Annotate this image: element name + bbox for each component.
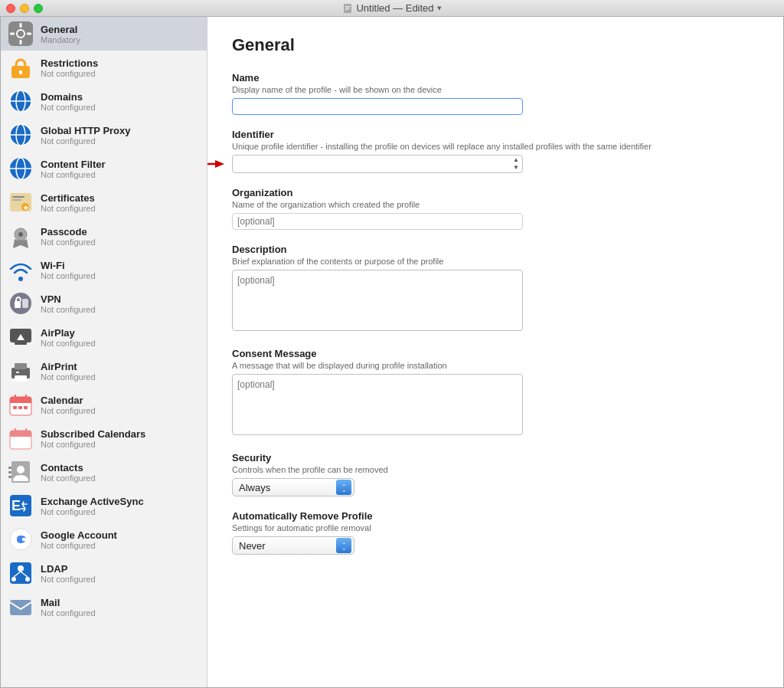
svg-rect-8 (10, 33, 15, 35)
sidebar-sublabel-vpn: Not configured (41, 305, 96, 314)
sidebar-item-exchange-activesync[interactable]: EExchange ActiveSyncNot configured (1, 489, 207, 523)
sidebar-sublabel-passcode: Not configured (41, 238, 96, 247)
sidebar-sublabel-general: Mandatory (41, 35, 80, 44)
sidebar-item-airprint[interactable]: AirPrintNot configured (1, 354, 207, 388)
organization-input[interactable] (232, 213, 523, 230)
sidebar-sublabel-contacts: Not configured (41, 473, 96, 483)
sidebar-item-contacts[interactable]: ContactsNot configured (1, 455, 207, 489)
svg-rect-53 (10, 434, 31, 437)
sidebar-item-general[interactable]: GeneralMandatory (1, 17, 207, 51)
sidebar-text-domains: DomainsNot configured (41, 91, 96, 112)
sidebar-text-content-filter: Content FilterNot configured (41, 159, 106, 179)
name-desc: Display name of the profile - will be sh… (232, 85, 759, 94)
security-select[interactable]: Always With Authentication Never (232, 478, 354, 496)
sidebar-icon-subscribed-calendars (8, 426, 33, 450)
organization-desc: Name of the organization which created t… (232, 200, 759, 209)
sidebar-item-passcode[interactable]: PasscodeNot configured (1, 219, 207, 253)
svg-rect-60 (8, 476, 11, 478)
sidebar-icon-airprint (8, 359, 33, 383)
svg-rect-3 (345, 9, 348, 10)
sidebar-item-ldap[interactable]: LDAPNot configured (1, 556, 207, 590)
sidebar-label-certificates: Certificates (41, 192, 96, 204)
sidebar-item-wifi[interactable]: Wi-FiNot configured (1, 253, 207, 287)
svg-rect-7 (20, 40, 22, 44)
page-title: General (232, 35, 759, 55)
window-title: Untitled — Edited ▾ (342, 2, 441, 14)
sidebar-label-subscribed-calendars: Subscribed Calendars (41, 428, 145, 440)
sidebar-text-certificates: CertificatesNot configured (41, 192, 96, 213)
security-field-group: Security Controls when the profile can b… (232, 452, 759, 496)
organization-label: Organization (232, 187, 759, 198)
titlebar: Untitled — Edited ▾ (0, 0, 784, 17)
svg-point-57 (17, 466, 24, 473)
svg-point-30 (18, 232, 23, 237)
chevron-icon[interactable]: ▾ (437, 3, 442, 13)
sidebar-sublabel-ldap: Not configured (41, 575, 96, 584)
sidebar-item-subscribed-calendars[interactable]: Subscribed CalendarsNot configured (1, 421, 207, 455)
sidebar-item-vpn[interactable]: VPNNot configured (1, 287, 207, 320)
sidebar-text-global-http-proxy: Global HTTP ProxyNot configured (41, 125, 131, 146)
sidebar-label-contacts: Contacts (41, 462, 96, 473)
sidebar-label-content-filter: Content Filter (41, 159, 106, 170)
sidebar-item-content-filter[interactable]: Content FilterNot configured (1, 152, 207, 185)
close-button[interactable] (6, 4, 15, 13)
svg-rect-48 (13, 406, 17, 409)
auto-remove-field-group: Automatically Remove Profile Settings fo… (232, 510, 759, 555)
name-input[interactable] (232, 98, 523, 115)
auto-remove-desc: Settings for automatic profile removal (232, 523, 759, 532)
sidebar-label-global-http-proxy: Global HTTP Proxy (41, 125, 131, 136)
sidebar-text-passcode: PasscodeNot configured (41, 226, 96, 247)
svg-rect-37 (15, 342, 27, 345)
sidebar-item-airplay[interactable]: AirPlayNot configured (1, 320, 207, 354)
svg-rect-1 (345, 6, 350, 7)
svg-rect-49 (18, 406, 22, 409)
sidebar-label-general: General (41, 24, 80, 35)
stepper-buttons: ▲ ▼ (511, 156, 521, 172)
sidebar-icon-ldap (8, 561, 33, 585)
sidebar-icon-domains (8, 89, 33, 113)
sidebar-text-mail: MailNot configured (41, 597, 96, 618)
svg-rect-25 (12, 196, 24, 198)
sidebar-item-mail[interactable]: MailNot configured (1, 590, 207, 624)
sidebar-icon-wifi (8, 257, 33, 282)
auto-remove-select-wrapper: Never On Date After Interval (232, 536, 354, 555)
sidebar-item-restrictions[interactable]: RestrictionsNot configured (1, 51, 207, 84)
sidebar-label-mail: Mail (41, 597, 96, 608)
consent-message-input[interactable] (232, 374, 523, 435)
sidebar-text-contacts: ContactsNot configured (41, 462, 96, 483)
svg-rect-2 (345, 8, 350, 8)
sidebar-text-airprint: AirPrintNot configured (41, 361, 96, 382)
description-input[interactable] (232, 270, 523, 331)
svg-text:★: ★ (23, 205, 29, 211)
svg-rect-40 (15, 363, 27, 369)
sidebar-sublabel-airprint: Not configured (41, 372, 96, 382)
sidebar-icon-certificates: ★ (8, 190, 33, 215)
sidebar-label-calendar: Calendar (41, 395, 96, 406)
identifier-input-wrapper: ▲ ▼ (232, 155, 523, 173)
sidebar-label-restrictions: Restrictions (41, 57, 98, 69)
sidebar-sublabel-restrictions: Not configured (41, 69, 98, 78)
minimize-button[interactable] (20, 4, 29, 13)
stepper-down-button[interactable]: ▼ (511, 164, 521, 172)
sidebar-label-passcode: Passcode (41, 226, 96, 238)
sidebar-item-global-http-proxy[interactable]: Global HTTP ProxyNot configured (1, 118, 207, 152)
sidebar-item-calendar[interactable]: CalendarNot configured (1, 388, 207, 421)
sidebar-sublabel-exchange-activesync: Not configured (41, 507, 144, 516)
sidebar-item-domains[interactable]: DomainsNot configured (1, 84, 207, 118)
maximize-button[interactable] (34, 4, 43, 13)
sidebar-icon-global-http-proxy (8, 123, 33, 147)
sidebar-icon-airplay (8, 325, 33, 349)
sidebar-text-vpn: VPNNot configured (41, 293, 96, 314)
sidebar: GeneralMandatoryRestrictionsNot configur… (1, 17, 207, 687)
sidebar-item-google-account[interactable]: Google AccountNot configured (1, 523, 207, 556)
sidebar-item-certificates[interactable]: ★CertificatesNot configured (1, 185, 207, 219)
stepper-up-button[interactable]: ▲ (511, 156, 521, 164)
identifier-desc: Unique profile identifier - installing t… (232, 142, 759, 151)
identifier-input[interactable] (237, 159, 505, 169)
name-field-group: Name Display name of the profile - will … (232, 72, 759, 115)
sidebar-icon-vpn (8, 291, 33, 316)
sidebar-sublabel-mail: Not configured (41, 608, 96, 618)
auto-remove-select[interactable]: Never On Date After Interval (232, 536, 354, 555)
svg-rect-26 (12, 199, 21, 201)
auto-remove-label: Automatically Remove Profile (232, 510, 759, 522)
